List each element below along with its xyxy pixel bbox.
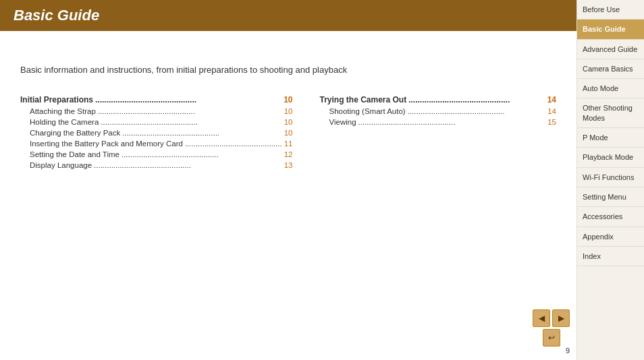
toc-sub-title: Attaching the Strap — [30, 107, 96, 115]
toc-title: Initial Preparations — [20, 95, 93, 104]
sidebar-item-other-shooting-modes[interactable]: Other Shooting Modes — [577, 98, 644, 128]
toc-sub-page: 11 — [284, 140, 293, 148]
toc-sub-entry[interactable]: Inserting the Battery Pack and Memory Ca… — [20, 140, 292, 148]
toc-dots: ........................................… — [95, 95, 281, 104]
sidebar-item-index[interactable]: Index — [577, 247, 644, 266]
toc-main-entry[interactable]: Initial Preparations....................… — [20, 95, 292, 104]
page-title: Basic Guide — [14, 7, 563, 24]
toc-sub-dots: ........................................… — [98, 107, 282, 115]
toc-sub-title: Setting the Date and Time — [30, 150, 119, 158]
sidebar: Before UseBasic GuideAdvanced GuideCamer… — [576, 0, 644, 360]
prev-button[interactable]: ◀ — [533, 309, 550, 327]
home-button[interactable]: ↩ — [543, 329, 560, 347]
nav-row-top: ◀ ▶ — [533, 309, 570, 327]
toc-sub-page: 10 — [284, 118, 293, 126]
sidebar-item-p-mode[interactable]: P Mode — [577, 128, 644, 148]
main-content: Basic Guide Basic information and instru… — [0, 0, 576, 360]
next-button[interactable]: ▶ — [552, 309, 570, 327]
title-banner: Basic Guide — [0, 0, 576, 31]
content-area: Basic information and instructions, from… — [0, 31, 576, 360]
toc-sub-page: 14 — [547, 107, 556, 115]
toc-sub-page: 15 — [547, 118, 556, 126]
toc-sub-dots: ........................................… — [122, 150, 282, 158]
toc-sub-title: Holding the Camera — [30, 118, 99, 126]
toc-title: Trying the Camera Out — [319, 95, 406, 104]
toc-sub-entry[interactable]: Display Language........................… — [20, 161, 292, 169]
toc-right: Trying the Camera Out...................… — [319, 95, 556, 172]
sidebar-item-setting-menu[interactable]: Setting Menu — [577, 187, 644, 207]
intro-text: Basic information and instructions, from… — [20, 65, 556, 75]
toc-sub-entry[interactable]: Setting the Date and Time...............… — [20, 150, 292, 158]
toc-dots: ........................................… — [408, 95, 545, 104]
toc-sub-dots: ........................................… — [185, 140, 282, 148]
sidebar-item-advanced-guide[interactable]: Advanced Guide — [577, 40, 644, 59]
toc-sub-page: 10 — [284, 129, 293, 137]
page-number: 9 — [566, 347, 570, 355]
toc-sub-page: 10 — [284, 107, 293, 115]
sidebar-item-before-use[interactable]: Before Use — [577, 0, 644, 20]
toc-sub-entry[interactable]: Attaching the Strap.....................… — [20, 107, 292, 115]
toc-sub-title: Viewing — [329, 118, 356, 126]
toc-sub-title: Inserting the Battery Pack and Memory Ca… — [30, 140, 183, 148]
toc-container: Initial Preparations....................… — [20, 95, 556, 172]
toc-sub-dots: ........................................… — [94, 161, 282, 169]
toc-sub-page: 13 — [284, 161, 293, 169]
toc-page: 10 — [284, 95, 292, 104]
toc-sub-entry[interactable]: Viewing.................................… — [319, 118, 556, 126]
toc-sub-dots: ........................................… — [101, 118, 281, 126]
toc-page: 14 — [547, 95, 556, 104]
toc-sub-title: Display Language — [30, 161, 92, 169]
toc-sub-entry[interactable]: Holding the Camera......................… — [20, 118, 292, 126]
toc-sub-title: Shooting (Smart Auto) — [329, 107, 405, 115]
sidebar-item-wi-fi-functions[interactable]: Wi-Fi Functions — [577, 168, 644, 187]
sidebar-item-camera-basics[interactable]: Camera Basics — [577, 59, 644, 79]
toc-sub-dots: ........................................… — [358, 118, 546, 126]
toc-left: Initial Preparations....................… — [20, 95, 292, 172]
toc-sub-dots: ........................................… — [408, 107, 546, 115]
toc-sub-entry[interactable]: Charging the Battery Pack...............… — [20, 129, 292, 137]
sidebar-item-accessories[interactable]: Accessories — [577, 207, 644, 227]
nav-buttons: ◀ ▶ ↩ — [533, 309, 570, 347]
toc-sub-title: Charging the Battery Pack — [30, 129, 120, 137]
sidebar-item-appendix[interactable]: Appendix — [577, 227, 644, 247]
toc-sub-page: 12 — [284, 150, 293, 158]
toc-main-entry[interactable]: Trying the Camera Out...................… — [319, 95, 556, 104]
sidebar-item-auto-mode[interactable]: Auto Mode — [577, 79, 644, 98]
toc-sub-dots: ........................................… — [122, 129, 281, 137]
toc-sub-entry[interactable]: Shooting (Smart Auto)...................… — [319, 107, 556, 115]
nav-row-bottom: ↩ — [543, 329, 560, 347]
sidebar-item-basic-guide[interactable]: Basic Guide — [577, 20, 644, 39]
sidebar-item-playback-mode[interactable]: Playback Mode — [577, 148, 644, 167]
